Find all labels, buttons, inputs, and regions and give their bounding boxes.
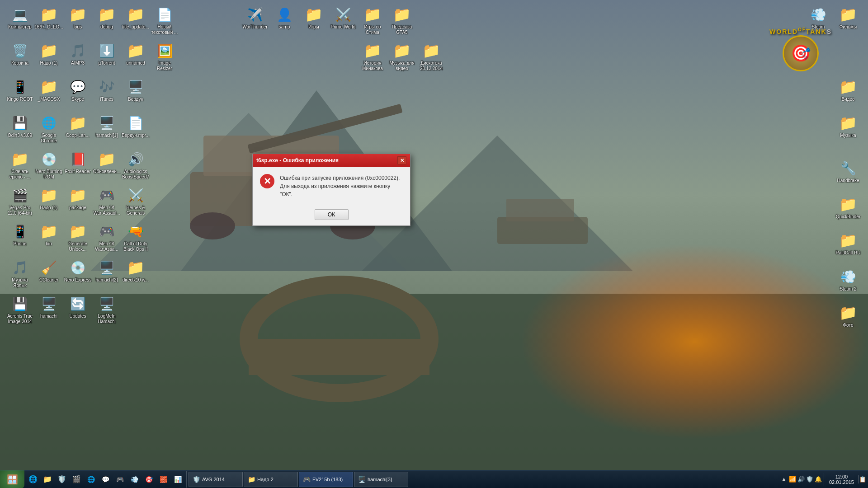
icon-imageresizer[interactable]: 🖼️ Image Resizer bbox=[148, 40, 181, 73]
icon-foto[interactable]: 📁 Фото bbox=[832, 302, 864, 330]
icon-foxitreader[interactable]: 📕 Foxit Reader bbox=[61, 148, 94, 176]
dialog-body: ✕ Ошибка при запуске приложения (0xc0000… bbox=[253, 167, 410, 206]
icon-unnamed[interactable]: 📁 unnamed bbox=[119, 40, 152, 68]
taskbar-programs: 🛡️ AVG 2014 📁 Надо 2 🎮 FV215b (183) 🖥️ h… bbox=[187, 472, 778, 487]
taskbar-avg-icon[interactable]: 🛡️ bbox=[55, 471, 69, 488]
taskbar-block-icon[interactable]: 🧱 bbox=[156, 471, 170, 488]
clock-date: 02.01.2015 bbox=[829, 479, 854, 485]
icon-neroexpress[interactable]: 💿 Nero Express bbox=[61, 257, 94, 285]
icon-acronis[interactable]: 💾 Acronis True Image 2014 bbox=[4, 293, 36, 326]
icon-new-text[interactable]: 📄 Новый текстовый ... bbox=[148, 4, 181, 37]
icon-hamachi1[interactable]: 🖥️ hamachi[1] bbox=[90, 112, 123, 140]
icon-callofduty[interactable]: 🔫 Call of Duty Black Ops II bbox=[119, 221, 152, 254]
icon-ccleaner[interactable]: 🧹 CCleaner bbox=[33, 257, 65, 285]
icon-vegaspro[interactable]: 🎬 Vegas Pro 12.0 (64-bit) bbox=[4, 184, 36, 218]
icon-muzycavideo[interactable]: 📁 Музыка для видео bbox=[386, 40, 418, 73]
taskbar-steam-icon[interactable]: 💨 bbox=[127, 471, 141, 488]
dialog-titlebar: t6sp.exe - Ошибка приложения ✕ bbox=[253, 154, 410, 167]
icon-menof[interactable]: 🎮 Men Of War:Assaul... bbox=[90, 184, 123, 218]
icon-computer[interactable]: 💻 Компьютер bbox=[4, 4, 36, 32]
icon-title-update[interactable]: 📁 title_update... bbox=[119, 4, 152, 32]
icon-diskoteka[interactable]: 📁 Дискотека 20.12.2014 bbox=[415, 40, 448, 73]
icon-igryco[interactable]: 📁 Игры со Стима bbox=[356, 4, 389, 37]
icon-warthunder[interactable]: ✈️ WarThunder bbox=[239, 4, 271, 32]
icon-verdunmpr[interactable]: 📄 Вердун.mpr... bbox=[119, 112, 152, 140]
tray-volume[interactable]: 🔊 bbox=[797, 475, 805, 483]
icon-video[interactable]: 📁 Видео bbox=[832, 76, 864, 104]
icon-macosx[interactable]: 📁 _MACOSX bbox=[33, 76, 65, 104]
icon-quickbinder[interactable]: 📁 QuickBinder bbox=[832, 193, 864, 221]
wot-logo-area: WORLDOFTANKS 🎯 bbox=[769, 27, 832, 71]
clock-time: 12:00 bbox=[835, 474, 848, 479]
icon-skachat[interactable]: 📁 Скачать epicno - ... bbox=[4, 148, 36, 182]
tray-separator bbox=[824, 473, 824, 486]
icon-utorrent[interactable]: ⬇️ µTorrent bbox=[90, 40, 123, 68]
icon-skype[interactable]: 💬 Skype bbox=[61, 76, 94, 104]
dialog-close-button[interactable]: ✕ bbox=[397, 156, 406, 164]
icon-obnovleni[interactable]: 📁 Обновлени... bbox=[90, 148, 123, 176]
taskbar-item-hamachi3[interactable]: 🖥️ hamachi[3] bbox=[354, 472, 408, 487]
icon-generate[interactable]: 📁 Generate Unlock... bbox=[61, 221, 94, 254]
icon-korzina[interactable]: 🗑️ Корзина bbox=[4, 40, 36, 68]
icon-odin3[interactable]: 💾 Odin3 v3.09 bbox=[4, 112, 36, 140]
taskbar-item-avg[interactable]: 🛡️ AVG 2014 bbox=[189, 472, 243, 487]
taskbar: 🪟 🌐 📁 🛡️ 🎬 🌐 💬 🎮 💨 🎯 🧱 📊 🛡️ AVG 2014 📁 Н… bbox=[0, 470, 868, 488]
icon-itunes[interactable]: 🎶 iTunes bbox=[90, 76, 123, 104]
icon-logmein[interactable]: 🖥️ LogMeIn Hamachi bbox=[90, 293, 123, 326]
icon-neroburning[interactable]: 💿 Nero Burning ROM bbox=[33, 148, 65, 182]
taskbar-item-fv215b[interactable]: 🎮 FV215b (183) bbox=[299, 472, 353, 487]
taskbar-chrome-icon[interactable]: 🌐 bbox=[84, 471, 98, 488]
icon-logs[interactable]: 📁 logs bbox=[61, 4, 94, 32]
icon-igry[interactable]: 📁 Игры bbox=[297, 4, 330, 32]
icon-coop[interactable]: 📁 Coop-Lan... bbox=[61, 112, 94, 140]
ok-button[interactable]: ОК bbox=[315, 209, 349, 220]
taskbar-explorer-icon[interactable]: 📁 bbox=[41, 471, 54, 488]
icon-audiologics[interactable]: 🔊 Audiologics BoostSpeed7 bbox=[119, 148, 152, 182]
start-button[interactable]: 🪟 bbox=[0, 470, 24, 488]
icon-nado2[interactable]: 📁 Надо (1) bbox=[33, 184, 65, 212]
icon-cleo[interactable]: 📁 1667_CLEO... bbox=[33, 4, 65, 32]
icon-nado1[interactable]: 📁 Надо (1) bbox=[33, 40, 65, 68]
quick-launch: 🌐 📁 🛡️ 🎬 🌐 💬 🎮 💨 🎯 🧱 📊 bbox=[24, 471, 187, 488]
tray-network[interactable]: 📶 bbox=[788, 475, 797, 483]
taskbar-chart-icon[interactable]: 📊 bbox=[171, 471, 184, 488]
taskbar-item-nado2[interactable]: 📁 Надо 2 bbox=[244, 472, 298, 487]
clock[interactable]: 12:00 02.01.2015 bbox=[826, 474, 858, 485]
icon-filmy[interactable]: 📁 Фильмы bbox=[832, 4, 864, 32]
tray-security[interactable]: 🛡️ bbox=[806, 475, 814, 483]
icon-raidcall[interactable]: 📁 RaidCall.RU bbox=[832, 230, 864, 258]
icon-muzika[interactable]: 🎵 Музыка Ярлык bbox=[4, 257, 36, 290]
icon-updates[interactable]: 🔄 Updates bbox=[61, 293, 94, 321]
icon-debug[interactable]: 📁 debug bbox=[90, 4, 123, 32]
icon-heroesgen[interactable]: ⚔️ Heroes & Generals bbox=[119, 184, 152, 218]
icon-directx[interactable]: 📁 directx10 w... bbox=[119, 257, 152, 285]
icon-hamachi2[interactable]: 🖥️ hamachi[2] bbox=[90, 257, 123, 285]
taskbar-media-icon[interactable]: 🎬 bbox=[70, 471, 83, 488]
icon-bin[interactable]: 📁 bin bbox=[33, 221, 65, 249]
icon-istoriya[interactable]: 📁 История Минакова bbox=[356, 40, 389, 73]
taskbar-ie-icon[interactable]: 🌐 bbox=[26, 471, 40, 488]
tray-expand[interactable]: ▲ bbox=[780, 475, 788, 483]
wot-logo-text: WORLDOFTANKS bbox=[769, 27, 832, 35]
icon-aimp3[interactable]: 🎵 AIMP3 bbox=[61, 40, 94, 68]
icon-kingo[interactable]: 📱 Kingo ROOT bbox=[4, 76, 36, 104]
icon-googlechrome[interactable]: 🌐 Google Chrome bbox=[33, 112, 65, 145]
icon-samp[interactable]: 👤 samp bbox=[268, 4, 301, 32]
taskbar-game-icon[interactable]: 🎮 bbox=[113, 471, 127, 488]
icon-handbrake[interactable]: 🔧 Handbrake bbox=[832, 157, 864, 185]
icon-muzikafolder[interactable]: 📁 Музыка bbox=[832, 112, 864, 140]
taskbar-skype-icon[interactable]: 💬 bbox=[99, 471, 112, 488]
icon-steam2[interactable]: 💨 Steam 2 bbox=[832, 266, 864, 294]
icon-predcaz[interactable]: 📁 Предcаза GTA5 bbox=[386, 4, 418, 37]
icon-package[interactable]: 📁 package bbox=[61, 184, 94, 212]
icon-menof2[interactable]: 🎮 Men Of War:Assa... bbox=[90, 221, 123, 254]
icon-phone[interactable]: 📱 Phone bbox=[4, 221, 36, 249]
taskbar-aim-icon[interactable]: 🎯 bbox=[142, 471, 156, 488]
icon-primeworld[interactable]: ⚔️ Prime World bbox=[327, 4, 359, 32]
desktop: 💻 Компьютер 📁 1667_CLEO... 📁 logs 📁 debu… bbox=[0, 0, 868, 488]
show-desktop[interactable]: 📋 bbox=[858, 475, 866, 483]
icon-hamachi[interactable]: 🖥️ hamachi bbox=[33, 293, 65, 321]
error-dialog: t6sp.exe - Ошибка приложения ✕ ✕ Ошибка … bbox=[252, 154, 410, 226]
icon-verdun[interactable]: 🖥️ Вердун bbox=[119, 76, 152, 104]
tray-update[interactable]: 🔔 bbox=[814, 475, 822, 483]
